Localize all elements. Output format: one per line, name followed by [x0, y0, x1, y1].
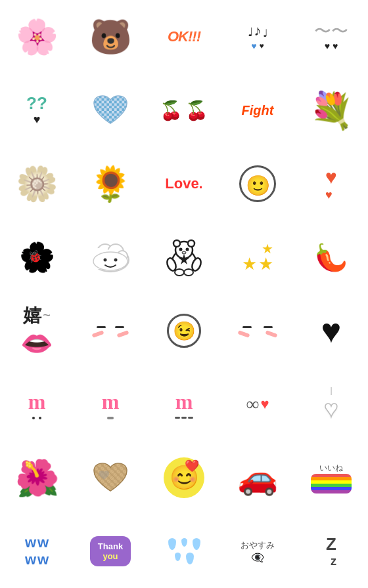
emoji-grid: 🌸 🐻 OK!!! ♩ ♪ ♩ ♥ ♥ 〜〜 ♥ ♥: [0, 0, 368, 588]
raindrop4-icon: [175, 553, 181, 561]
white-heart-pendant-icon: | ♥: [324, 386, 338, 423]
cloud-face-svg: [89, 240, 131, 274]
lips-icon: 👄: [20, 328, 53, 359]
cheek2-icon: [117, 330, 129, 338]
m1-letter: m: [28, 390, 46, 414]
cell-w-letters: w w w w: [0, 514, 74, 588]
m-smile2-icon: m: [102, 390, 120, 419]
w-bottom-right: w: [37, 551, 49, 568]
bear-star-icon: [166, 238, 202, 276]
plaid-heart-icon: [91, 461, 129, 495]
you-text-label: you: [103, 551, 118, 561]
orange-flower-icon: 🌻: [89, 164, 132, 204]
chain-icon: |: [330, 386, 332, 395]
jp-chars-label: おやすみ: [241, 539, 275, 551]
dot-center-icon: [107, 417, 114, 419]
ok-label: OK!!!: [168, 28, 200, 45]
cell-rainbow-badge: いいね: [294, 441, 368, 514]
cell-red-plum: 🌺: [0, 441, 74, 514]
cell-cloud-face: [74, 220, 147, 294]
w-top-right: w: [37, 534, 49, 551]
cell-black-heart-big: ♥: [294, 294, 368, 368]
black-flower-beetle-icon: 🌸 🐞: [19, 240, 55, 274]
cell-question-marks: ?? ♥: [0, 74, 74, 147]
cell-music-hearts: ♩ ♪ ♩ ♥ ♥: [221, 0, 294, 74]
big-red-heart-icon: ♥: [325, 166, 337, 188]
cell-black-flower-beetle: 🌸 🐞: [0, 220, 74, 294]
svg-point-24: [184, 269, 193, 276]
cell-green-car: 🚗: [221, 441, 294, 514]
cell-bear-face: 🐻: [74, 0, 147, 74]
eye-line-icon: 👁‍🗨: [251, 551, 264, 564]
cell-smiley: 🙂: [221, 147, 294, 220]
note2-icon: ♪: [254, 22, 262, 39]
cell-ok-text: OK!!!: [147, 0, 221, 74]
dot1-icon: [32, 417, 35, 419]
dash-face1-icon: [92, 326, 129, 336]
cell-love-text: Love.: [147, 147, 221, 220]
cell-stars-cluster: ★ ★ ★: [221, 220, 294, 294]
smile-icon: 🙂: [246, 176, 270, 196]
svg-point-19: [186, 248, 189, 251]
cell-fight-text: Fight: [221, 74, 294, 147]
cell-squiggle-heart: ∞ ♥: [221, 368, 294, 441]
wink-emoji: 😉: [173, 320, 196, 342]
raindrops-icon: [168, 538, 200, 564]
svg-point-18: [179, 248, 183, 251]
cell-thank-you: Thank you: [74, 514, 147, 588]
squiggle-icon2: ∞: [246, 394, 259, 415]
rainbow-jp-text: いいね: [319, 463, 343, 474]
music-hearts-icon: ♩ ♪ ♩ ♥ ♥: [248, 22, 268, 51]
dash-face2-icon: [238, 326, 277, 336]
white-heart-icon: ♥: [324, 395, 338, 423]
small-red-heart-icon: ♥: [325, 188, 333, 202]
cheek3-icon: [238, 330, 250, 338]
w-letters-icon: w w w w: [25, 534, 49, 568]
cell-red-hearts: ♥ ♥: [294, 147, 368, 220]
star-bottom1-icon: ★: [242, 254, 257, 274]
star-bottom2-icon: ★: [258, 254, 273, 274]
cheek1-icon: [92, 330, 104, 338]
eye-dash1-icon: [97, 326, 106, 328]
eye-dash3-icon: [242, 326, 252, 328]
smiley-icon: 🙂: [239, 165, 276, 202]
raindrop2-icon: [181, 538, 187, 547]
note3-icon: ♩: [263, 27, 268, 39]
blue-heart-icon: ♥: [251, 41, 256, 51]
cell-zzz: Z z: [294, 514, 368, 588]
svg-point-23: [175, 269, 184, 276]
cell-m-smile2: m: [74, 368, 147, 441]
cloud-face-icon: [89, 240, 131, 274]
qq-label: ??: [26, 94, 47, 112]
m3-letter: m: [175, 390, 193, 414]
note1-icon: ♩: [248, 25, 253, 39]
heart-wavy1-icon: ♥: [325, 41, 330, 51]
cherry2-icon: 🍒: [185, 100, 208, 121]
cell-moon-face: 😊 ❤️: [147, 441, 221, 514]
jp-text-sleep-icon: おやすみ 👁‍🗨: [241, 539, 275, 564]
love-label: Love.: [165, 175, 202, 192]
white-daisy-icon: 🌼: [16, 164, 58, 204]
cell-cherries: 🍒 🍒: [147, 74, 221, 147]
dot2-icon: [39, 417, 41, 419]
heart-v-icon: ♥: [260, 396, 269, 413]
black-heart-big-icon: ♥: [321, 311, 342, 350]
w-top-left: w: [25, 534, 36, 551]
svg-point-12: [114, 259, 118, 262]
z-big-label: Z: [326, 534, 336, 555]
thank-you-badge-icon: Thank you: [90, 536, 131, 566]
w-bottom-left: w: [25, 551, 36, 568]
m2-letter: m: [102, 390, 120, 414]
stars-cluster-icon: ★ ★ ★: [242, 241, 273, 274]
red-chili-icon: 🌶️: [315, 242, 348, 273]
beetle-icon: 🐞: [28, 249, 42, 264]
raindrop1-icon: [168, 538, 176, 550]
raindrop3-icon: [193, 538, 200, 550]
dash-s2-icon: [181, 417, 187, 419]
dash-s1-icon: [175, 417, 180, 419]
eye-dash2-icon: [115, 326, 124, 328]
cell-orange-flower: 🌻: [74, 147, 147, 220]
zzz-icon: Z z: [326, 534, 336, 568]
colorful-flower-icon: 🌸: [16, 17, 58, 57]
cell-dash-face2: [221, 294, 294, 368]
